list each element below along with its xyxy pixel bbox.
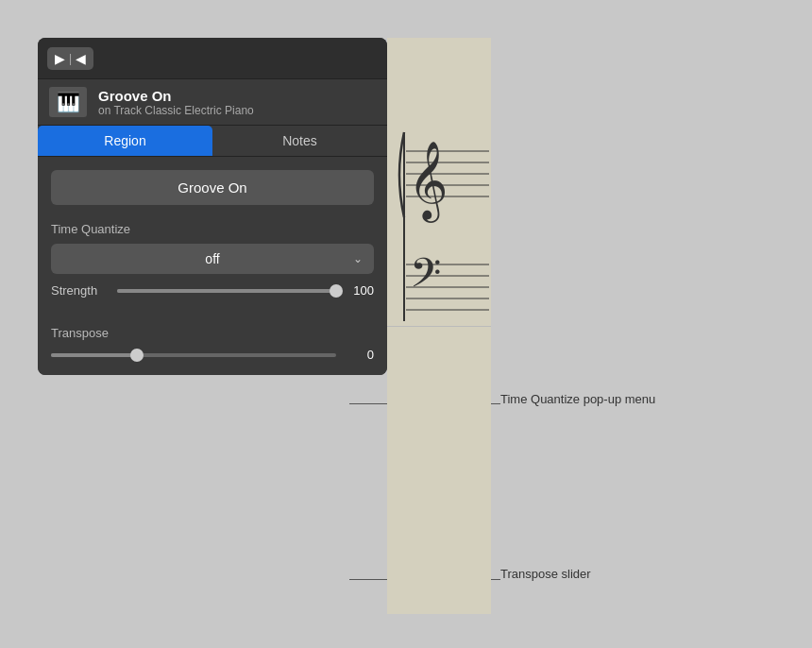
track-header: 🎹 Groove On on Track Classic Electric Pi… <box>38 79 387 126</box>
strength-slider-thumb[interactable] <box>330 284 343 298</box>
arrow-left-icon: ▶ <box>55 51 65 66</box>
toolbar-collapse-button[interactable]: ▶ | ◀ <box>47 47 93 70</box>
content-area: Groove On Time Quantize off ⌄ Strength 1… <box>38 157 387 375</box>
transpose-slider-thumb[interactable] <box>130 349 144 362</box>
strength-value: 100 <box>346 283 374 298</box>
track-subtitle: on Track Classic Electric Piano <box>98 104 254 117</box>
chevron-down-icon: ⌄ <box>353 252 363 265</box>
region-name-button[interactable]: Groove On <box>51 170 374 205</box>
strength-slider-track[interactable] <box>117 289 336 293</box>
strength-slider-fill <box>117 289 336 293</box>
transpose-slider-annotation: Transpose slider <box>500 567 591 581</box>
transpose-slider-fill <box>51 353 137 357</box>
transpose-slider-track[interactable] <box>51 353 336 357</box>
time-quantize-section-label: Time Quantize <box>51 222 374 236</box>
track-title: Groove On <box>98 88 254 104</box>
bass-staff: 𝄢 <box>406 251 489 310</box>
notation-panel: 𝄞 𝄢 <box>387 38 491 614</box>
track-info: Groove On on Track Classic Electric Pian… <box>98 88 254 117</box>
svg-text:𝄞: 𝄞 <box>408 142 448 223</box>
tabs-bar: Region Notes <box>38 126 387 157</box>
time-quantize-annotation: Time Quantize pop-up menu <box>500 392 655 406</box>
transpose-row: 0 <box>51 348 374 362</box>
arrow-right-icon: ◀ <box>76 51 86 66</box>
time-quantize-dropdown[interactable]: off ⌄ <box>51 244 374 274</box>
strength-row: Strength 100 <box>51 283 374 298</box>
toolbar: ▶ | ◀ <box>38 38 387 79</box>
piano-icon: 🎹 <box>57 91 80 113</box>
spacer <box>51 298 374 326</box>
tab-notes[interactable]: Notes <box>212 126 387 156</box>
toolbar-divider: | <box>69 52 72 65</box>
controls-panel: Groove On Time Quantize off ⌄ Strength 1… <box>38 157 387 375</box>
time-quantize-value: off <box>205 251 219 266</box>
svg-text:𝄢: 𝄢 <box>410 251 441 305</box>
transpose-value: 0 <box>346 348 374 362</box>
strength-label: Strength <box>51 283 108 298</box>
tab-region[interactable]: Region <box>38 126 212 156</box>
transpose-section-label: Transpose <box>51 326 374 340</box>
track-icon: 🎹 <box>49 87 87 117</box>
music-notation-svg: 𝄞 𝄢 <box>387 38 491 576</box>
